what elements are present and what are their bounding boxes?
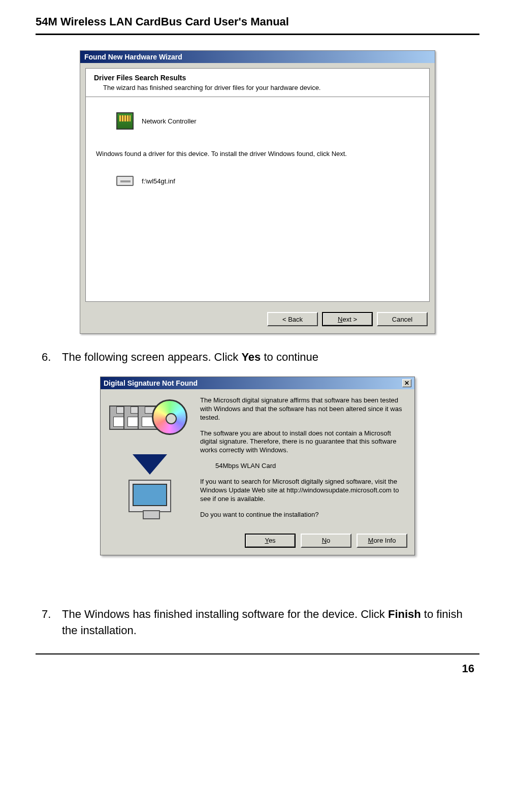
signature-titlebar: Digital Signature Not Found ✕ [101, 377, 414, 389]
no-button[interactable]: No [301, 534, 351, 548]
signature-graphic-panel [107, 396, 193, 526]
step-6-prefix: The following screen appears. Click [62, 351, 241, 363]
device-label: Network Controller [142, 117, 197, 125]
signature-title: Digital Signature Not Found [104, 379, 198, 387]
wizard-dialog: Found New Hardware Wizard Driver Files S… [80, 50, 435, 334]
signature-para-1: The Microsoft digital signature affirms … [200, 396, 408, 422]
step-7-prefix: The Windows has finished installing soft… [62, 608, 388, 620]
wizard-subheading: The wizard has finished searching for dr… [94, 84, 421, 91]
yes-button[interactable]: Yes [245, 534, 296, 548]
signature-para-2: The software you are about to install do… [200, 429, 408, 455]
wizard-info-text: Windows found a driver for this device. … [96, 150, 419, 158]
cancel-button[interactable]: Cancel [377, 312, 428, 326]
arrow-down-icon [133, 454, 167, 475]
more-info-button[interactable]: More Info [357, 534, 407, 548]
signature-question: Do you want to continue the installation… [200, 511, 408, 519]
step-7-text: The Windows has finished installing soft… [62, 606, 479, 639]
no-label: No [322, 537, 331, 544]
wizard-titlebar: Found New Hardware Wizard [80, 51, 435, 63]
yes-label: Yes [265, 537, 275, 544]
more-info-label: More Info [368, 537, 396, 544]
footer-divider [36, 653, 479, 654]
media-graphic [109, 396, 190, 452]
step-6-bold: Yes [241, 351, 261, 363]
inf-file-icon [116, 176, 134, 186]
signature-product: 54Mbps WLAN Card [200, 462, 408, 471]
page-number: 16 [36, 662, 479, 675]
next-label: Next > [338, 316, 357, 323]
network-controller-icon [116, 112, 134, 130]
signature-dialog: Digital Signature Not Found ✕ [100, 377, 415, 555]
computer-icon [124, 480, 175, 525]
next-button[interactable]: Next > [322, 312, 373, 326]
wizard-body: Driver Files Search Results The wizard h… [85, 68, 430, 302]
wizard-heading: Driver Files Search Results [94, 74, 421, 82]
signature-message-panel: The Microsoft digital signature affirms … [200, 396, 408, 526]
step-6: 6. The following screen appears. Click Y… [42, 349, 479, 365]
step-7: 7. The Windows has finished installing s… [42, 606, 479, 639]
header-divider [36, 34, 479, 35]
back-button[interactable]: < Back [267, 312, 318, 326]
close-icon[interactable]: ✕ [402, 379, 411, 387]
step-7-number: 7. [42, 606, 56, 639]
step-6-number: 6. [42, 349, 56, 365]
step-6-text: The following screen appears. Click Yes … [62, 349, 318, 365]
step-6-suffix: to continue [261, 351, 318, 363]
cd-icon [152, 399, 187, 435]
step-7-bold: Finish [388, 608, 421, 620]
signature-para-3: If you want to search for Microsoft digi… [200, 478, 408, 504]
page-header-title: 54M Wireless LAN CardBus Card User's Man… [36, 15, 479, 34]
inf-path: f:\wl54gt.inf [142, 177, 175, 185]
